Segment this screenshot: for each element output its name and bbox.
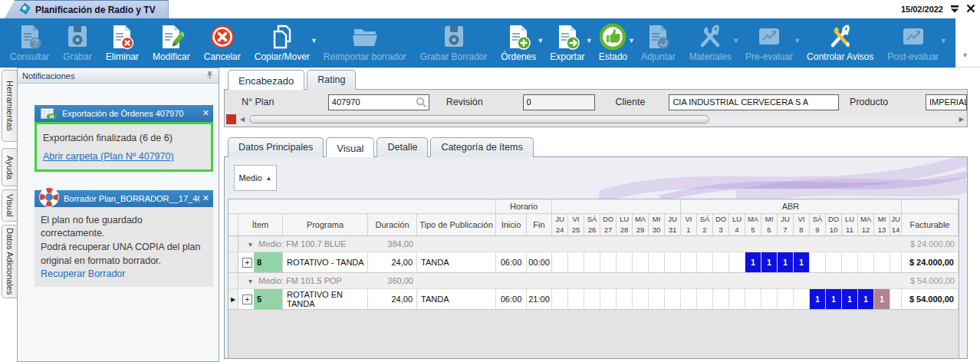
- plan-item-row[interactable]: +8ROTATIVO - TANDA24,00TANDA06:0000:0011…: [229, 252, 959, 273]
- schedule-day-cell[interactable]: [681, 252, 697, 272]
- schedule-day-cell[interactable]: [665, 252, 681, 272]
- schedule-day-cell[interactable]: [810, 252, 826, 272]
- schedule-day-cell[interactable]: [649, 252, 665, 272]
- schedule-spot-cell[interactable]: 1: [858, 289, 874, 309]
- schedule-day-cell[interactable]: [778, 289, 794, 309]
- schedule-day-cell[interactable]: [842, 252, 858, 272]
- schedule-spot-cell[interactable]: 1: [794, 252, 810, 272]
- scrollbar-track[interactable]: [248, 115, 956, 123]
- schedule-day-cell[interactable]: [617, 289, 633, 309]
- schedule-day-cell[interactable]: [874, 252, 890, 272]
- toolbar-button-exportar[interactable]: ▼Exportar: [543, 20, 591, 67]
- medio-dropdown-button[interactable]: Medio ▲: [234, 165, 277, 191]
- doc-edit-icon: [158, 22, 184, 51]
- date-filter-icon[interactable]: [950, 2, 959, 16]
- schedule-day-cell[interactable]: [568, 252, 584, 272]
- schedule-spot-cell[interactable]: 1: [874, 289, 890, 309]
- schedule-day-cell[interactable]: [552, 289, 568, 309]
- copy-icon: [269, 22, 295, 51]
- schedule-day-cell[interactable]: [890, 252, 902, 272]
- col-header-duracion[interactable]: Duración: [368, 214, 417, 236]
- field-n-plan-input[interactable]: 407970: [328, 94, 429, 110]
- tab-visual[interactable]: Visual: [326, 137, 374, 157]
- schedule-day-cell[interactable]: [600, 252, 617, 272]
- toolbar-button-modificar[interactable]: Modificar: [146, 20, 197, 67]
- schedule-day-cell[interactable]: [568, 289, 584, 309]
- field-producto-input[interactable]: IMPERIAL: [926, 94, 967, 110]
- field-cliente-input[interactable]: CIA INDUSTRIAL CERVECERA S A: [669, 94, 839, 110]
- schedule-day-cell[interactable]: [826, 252, 842, 272]
- scroll-right-icon[interactable]: ▶: [956, 116, 964, 123]
- toolbar-button-controlar-avisos[interactable]: Controlar Avisos: [800, 20, 880, 67]
- close-icon[interactable]: ✕: [202, 193, 209, 202]
- pin-icon[interactable]: [206, 69, 214, 83]
- schedule-day-cell[interactable]: [584, 252, 600, 272]
- sidebar-tab-visual[interactable]: Visual: [2, 189, 17, 222]
- expand-icon[interactable]: +: [242, 295, 252, 304]
- search-icon[interactable]: [416, 97, 427, 110]
- schedule-spot-cell[interactable]: 1: [842, 289, 858, 309]
- schedule-day-cell[interactable]: [600, 289, 617, 309]
- tab-encabezado[interactable]: Encabezado: [228, 70, 304, 90]
- schedule-day-cell[interactable]: [713, 252, 729, 272]
- tab-detalle[interactable]: Detalle: [377, 137, 428, 157]
- tab-datos-principales[interactable]: Datos Principales: [228, 137, 324, 157]
- media-group-row[interactable]: ▾Medio: FM 101.5 POP360,00$ 54.000,00: [229, 273, 959, 289]
- grid-column-header-row: ÍtemProgramaDuraciónTipo de PublicaciónI…: [229, 214, 959, 236]
- schedule-day-cell[interactable]: [552, 252, 568, 272]
- schedule-day-cell[interactable]: [633, 289, 649, 309]
- schedule-day-cell[interactable]: [713, 289, 729, 309]
- notification-link[interactable]: Recuperar Borrador: [41, 268, 125, 279]
- schedule-day-cell[interactable]: [633, 252, 649, 272]
- schedule-spot-cell[interactable]: 1: [778, 252, 794, 272]
- schedule-day-cell[interactable]: [745, 289, 761, 309]
- schedule-day-cell[interactable]: [617, 252, 633, 272]
- toolbar-button-copiar-mover[interactable]: ▼Copiar/Mover: [248, 20, 317, 67]
- row-selector[interactable]: [229, 252, 238, 272]
- excel-icon: [41, 108, 58, 120]
- day-date: 11: [846, 226, 853, 234]
- schedule-spot-cell[interactable]: 1: [745, 252, 761, 272]
- schedule-spot-cell[interactable]: 1: [810, 289, 826, 309]
- schedule-day-cell[interactable]: [697, 252, 713, 272]
- close-icon[interactable]: ✕: [202, 108, 209, 117]
- collapse-icon[interactable]: ▾: [248, 240, 252, 248]
- row-selector[interactable]: ▶: [229, 289, 238, 309]
- tab-categor-a-de-tems[interactable]: Categoría de ítems: [430, 137, 533, 157]
- schedule-day-cell[interactable]: [761, 289, 778, 309]
- schedule-day-cell[interactable]: [729, 252, 745, 272]
- schedule-day-cell[interactable]: [794, 289, 810, 309]
- toolbar-button--rdenes[interactable]: ▼Órdenes: [494, 20, 543, 67]
- schedule-spot-cell[interactable]: 1: [826, 289, 842, 309]
- tab-rating[interactable]: Rating: [307, 70, 356, 90]
- schedule-day-cell[interactable]: [649, 289, 665, 309]
- field-revisi-n-input[interactable]: 0: [523, 94, 596, 110]
- collapse-icon[interactable]: ▾: [248, 277, 252, 285]
- sidebar-tab-herramientas[interactable]: Herramientas: [2, 70, 17, 142]
- sidebar-tab-ayuda[interactable]: Ayuda: [2, 148, 17, 186]
- schedule-day-cell[interactable]: [665, 289, 681, 309]
- doc-plus-icon: [505, 22, 531, 51]
- window-title-tab[interactable]: Planificación de Radio y TV: [5, 0, 169, 18]
- field-value: CIA INDUSTRIAL CERVECERA S A: [673, 97, 808, 107]
- schedule-day-cell[interactable]: [890, 289, 902, 309]
- schedule-day-cell[interactable]: [729, 289, 745, 309]
- notification-link[interactable]: Abrir carpeta (Plan Nº 407970): [43, 151, 174, 162]
- scroll-left-icon[interactable]: ◀: [240, 116, 248, 123]
- window-close-icon[interactable]: [966, 2, 975, 16]
- expand-icon[interactable]: +: [242, 258, 252, 268]
- schedule-day-cell[interactable]: [697, 289, 713, 309]
- plan-item-row[interactable]: ▶+5ROTATIVO EN TANDA24,00TANDA06:0021:00…: [229, 289, 959, 310]
- col-header-programa[interactable]: Programa: [283, 214, 368, 236]
- schedule-day-cell[interactable]: [584, 289, 600, 309]
- schedule-day-cell[interactable]: [681, 289, 697, 309]
- toolbar-button-cancelar[interactable]: Cancelar: [197, 20, 248, 67]
- scrollbar-thumb[interactable]: [249, 115, 709, 123]
- sidebar-tab-datos-adicionales[interactable]: Datos Adicionales: [2, 225, 17, 298]
- toolbar-button-eliminar[interactable]: Eliminar: [99, 20, 146, 67]
- schedule-spot-cell[interactable]: 1: [761, 252, 778, 272]
- toolbar-button-estado[interactable]: ▼Estado: [592, 20, 634, 67]
- media-group-row[interactable]: ▾Medio: FM 100.7 BLUE384,00$ 24.000,00: [229, 236, 959, 252]
- toolbar-overflow-icon[interactable]: ▾: [963, 51, 967, 59]
- schedule-day-cell[interactable]: [858, 252, 874, 272]
